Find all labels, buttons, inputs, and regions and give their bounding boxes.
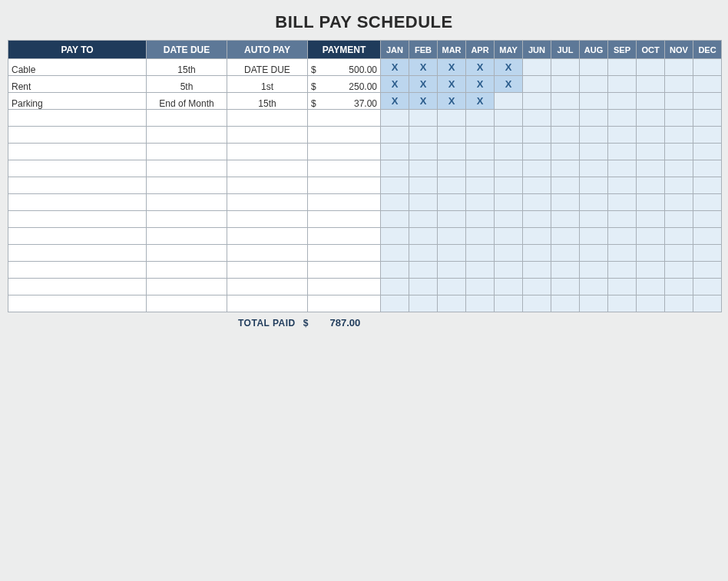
month-cell[interactable] (466, 177, 495, 194)
month-cell[interactable] (466, 127, 495, 144)
date-due-cell[interactable] (147, 228, 227, 245)
month-cell[interactable] (608, 76, 637, 93)
month-cell[interactable] (693, 76, 722, 93)
payment-cell[interactable]: $250.00 (308, 76, 381, 93)
month-cell[interactable] (409, 127, 438, 144)
month-cell[interactable] (608, 245, 637, 262)
auto-pay-cell[interactable]: 15th (227, 93, 308, 110)
month-cell[interactable] (665, 177, 693, 194)
payment-cell[interactable]: $500.00 (308, 59, 381, 76)
month-cell[interactable] (665, 295, 693, 312)
month-cell[interactable] (523, 211, 551, 228)
month-cell[interactable] (495, 177, 523, 194)
month-cell[interactable] (637, 211, 665, 228)
month-cell[interactable] (608, 144, 637, 160)
month-cell[interactable] (495, 279, 523, 295)
month-cell[interactable]: X (381, 59, 409, 76)
month-cell[interactable] (608, 211, 637, 228)
auto-pay-cell[interactable]: DATE DUE (227, 59, 308, 76)
payto-cell[interactable] (8, 110, 147, 127)
month-cell[interactable] (580, 144, 608, 160)
month-cell[interactable] (409, 279, 438, 295)
payment-cell[interactable] (308, 228, 381, 245)
month-cell[interactable] (495, 228, 523, 245)
month-cell[interactable] (523, 93, 551, 110)
month-cell[interactable] (523, 110, 551, 127)
month-cell[interactable] (693, 295, 722, 312)
month-cell[interactable] (693, 110, 722, 127)
month-cell[interactable] (409, 110, 438, 127)
payment-cell[interactable] (308, 194, 381, 211)
month-cell[interactable] (693, 160, 722, 177)
month-cell[interactable] (551, 144, 580, 160)
month-cell[interactable] (495, 262, 523, 279)
month-cell[interactable] (495, 144, 523, 160)
date-due-cell[interactable]: 15th (147, 59, 227, 76)
auto-pay-cell[interactable] (227, 295, 308, 312)
month-cell[interactable] (523, 177, 551, 194)
month-cell[interactable] (409, 160, 438, 177)
auto-pay-cell[interactable] (227, 262, 308, 279)
month-cell[interactable] (665, 76, 693, 93)
month-cell[interactable] (665, 262, 693, 279)
month-cell[interactable] (551, 59, 580, 76)
month-cell[interactable] (523, 228, 551, 245)
payment-cell[interactable] (308, 127, 381, 144)
month-cell[interactable] (551, 262, 580, 279)
month-cell[interactable] (381, 295, 409, 312)
month-cell[interactable] (551, 160, 580, 177)
date-due-cell[interactable]: 5th (147, 76, 227, 93)
month-cell[interactable] (466, 262, 495, 279)
month-cell[interactable] (551, 127, 580, 144)
month-cell[interactable] (466, 110, 495, 127)
month-cell[interactable] (693, 194, 722, 211)
month-cell[interactable] (523, 59, 551, 76)
month-cell[interactable] (381, 194, 409, 211)
month-cell[interactable] (523, 295, 551, 312)
payto-cell[interactable] (8, 211, 147, 228)
payto-cell[interactable] (8, 144, 147, 160)
month-cell[interactable] (665, 194, 693, 211)
month-cell[interactable] (409, 211, 438, 228)
payment-cell[interactable] (308, 144, 381, 160)
month-cell[interactable]: X (495, 59, 523, 76)
month-cell[interactable] (495, 295, 523, 312)
month-cell[interactable] (551, 211, 580, 228)
month-cell[interactable]: X (409, 76, 438, 93)
date-due-cell[interactable] (147, 127, 227, 144)
month-cell[interactable] (608, 160, 637, 177)
month-cell[interactable] (523, 194, 551, 211)
month-cell[interactable] (580, 211, 608, 228)
month-cell[interactable] (637, 228, 665, 245)
month-cell[interactable] (438, 295, 466, 312)
month-cell[interactable] (551, 228, 580, 245)
month-cell[interactable] (381, 160, 409, 177)
month-cell[interactable] (608, 295, 637, 312)
month-cell[interactable] (665, 127, 693, 144)
month-cell[interactable] (665, 228, 693, 245)
month-cell[interactable] (580, 279, 608, 295)
month-cell[interactable] (381, 110, 409, 127)
payment-cell[interactable] (308, 177, 381, 194)
month-cell[interactable] (381, 127, 409, 144)
month-cell[interactable] (495, 110, 523, 127)
month-cell[interactable] (523, 262, 551, 279)
month-cell[interactable] (665, 59, 693, 76)
month-cell[interactable]: X (466, 59, 495, 76)
month-cell[interactable] (551, 279, 580, 295)
month-cell[interactable] (608, 194, 637, 211)
month-cell[interactable] (637, 279, 665, 295)
month-cell[interactable] (381, 177, 409, 194)
month-cell[interactable]: X (409, 59, 438, 76)
payto-cell[interactable] (8, 194, 147, 211)
month-cell[interactable] (580, 93, 608, 110)
month-cell[interactable] (409, 262, 438, 279)
month-cell[interactable] (637, 110, 665, 127)
payto-cell[interactable] (8, 127, 147, 144)
payment-cell[interactable] (308, 160, 381, 177)
month-cell[interactable] (551, 295, 580, 312)
month-cell[interactable] (608, 93, 637, 110)
month-cell[interactable] (637, 194, 665, 211)
month-cell[interactable] (608, 228, 637, 245)
month-cell[interactable]: X (409, 93, 438, 110)
